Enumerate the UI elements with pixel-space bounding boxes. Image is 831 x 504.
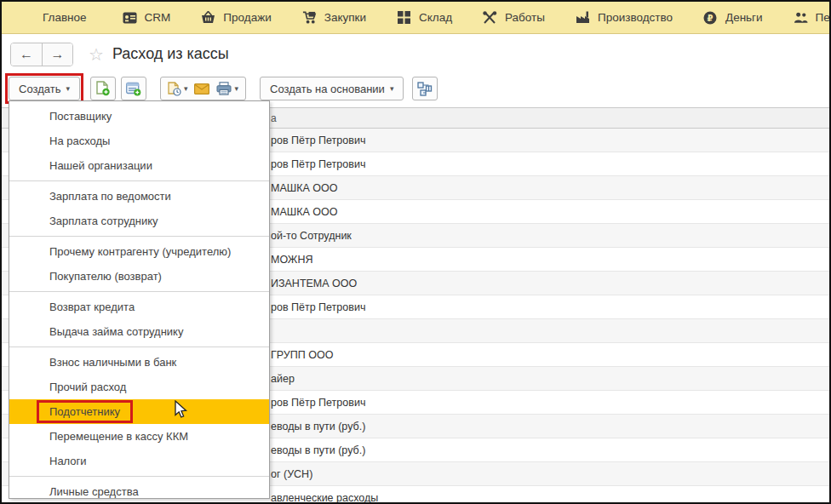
row-cell: ИЗАНТЕМА ООО bbox=[271, 278, 357, 289]
menu-item-expenses[interactable]: На расходы bbox=[9, 129, 269, 153]
title-row: ← → ☆ Расход из кассы bbox=[2, 35, 829, 73]
section-label: Склад bbox=[419, 11, 452, 24]
menu-item-move-to-kkm[interactable]: Перемещение в кассу ККМ bbox=[9, 424, 269, 449]
print-button[interactable]: ▾ bbox=[216, 82, 238, 95]
history-nav: ← → bbox=[10, 43, 73, 66]
section-label: Деньги bbox=[725, 11, 763, 24]
basket-icon bbox=[201, 10, 215, 25]
section-label: Закупки bbox=[324, 11, 366, 24]
chevron-down-icon: ▾ bbox=[66, 84, 70, 93]
accountable-annotation-box: Подотчетнику bbox=[37, 400, 133, 423]
tools-icon bbox=[483, 10, 497, 25]
page-title: Расход из кассы bbox=[112, 45, 229, 63]
menu-item-buyer-refund[interactable]: Покупателю (возврат) bbox=[9, 264, 269, 289]
menu-item-credit-return[interactable]: Возврат кредита bbox=[9, 295, 269, 319]
menu-item-label: Выдача займа сотруднику bbox=[49, 325, 183, 338]
menu-separator bbox=[9, 180, 269, 181]
menu-item-salary-employee[interactable]: Зарплата сотруднику bbox=[9, 209, 269, 233]
row-cell: ров Пётр Петрович bbox=[271, 397, 365, 409]
section-warehouse[interactable]: Склад bbox=[385, 2, 464, 34]
factory-icon bbox=[576, 10, 590, 25]
menu-item-our-org[interactable]: Нашей организации bbox=[9, 153, 269, 178]
row-cell: авленческие расходы bbox=[271, 492, 378, 503]
row-cell: МОЖНЯ bbox=[271, 254, 312, 266]
chevron-down-icon: ▾ bbox=[184, 84, 188, 93]
menu-item-label: Прочему контрагенту (учредителю) bbox=[49, 245, 231, 258]
menu-separator bbox=[9, 476, 269, 477]
menu-item-label: Покупателю (возврат) bbox=[49, 270, 162, 283]
row-cell: ров Пётр Петрович bbox=[271, 158, 365, 170]
create-dropdown-menu: Поставщику На расходы Нашей организации … bbox=[9, 100, 270, 499]
new-group-icon bbox=[126, 82, 141, 96]
row-cell: ой-то Сотрудник bbox=[271, 230, 352, 242]
section-main[interactable]: Главное bbox=[31, 2, 99, 34]
printer-icon bbox=[216, 82, 232, 95]
section-label: Продажи bbox=[223, 11, 271, 24]
menu-item-supplier[interactable]: Поставщику bbox=[9, 104, 269, 129]
section-works[interactable]: Работы bbox=[471, 2, 557, 34]
chevron-down-icon: ▾ bbox=[390, 84, 394, 93]
menu-item-accountable-person[interactable]: Подотчетнику bbox=[9, 399, 269, 424]
related-documents-button[interactable] bbox=[412, 77, 438, 100]
favorite-star-icon[interactable]: ☆ bbox=[89, 44, 104, 65]
new-document-icon bbox=[96, 81, 110, 96]
menu-item-label: Налоги bbox=[49, 455, 87, 467]
menu-item-other-expense[interactable]: Прочий расход bbox=[9, 375, 269, 399]
document-clock-icon bbox=[168, 82, 181, 96]
row-cell: ог (УСН) bbox=[271, 468, 312, 480]
list-toolbar: Создать ▾ ▾ ▾ Создать на основании bbox=[2, 73, 829, 104]
menu-item-cash-to-bank[interactable]: Взнос наличными в банк bbox=[9, 350, 269, 375]
ruble-icon: ₽ bbox=[703, 10, 718, 25]
cart-icon bbox=[302, 10, 317, 25]
section-production[interactable]: Производство bbox=[564, 2, 685, 34]
create-on-base-button[interactable]: Создать на основании ▾ bbox=[260, 77, 404, 100]
create-button-label: Создать bbox=[19, 83, 60, 95]
menu-item-label: Нашей организации bbox=[49, 159, 152, 172]
row-cell: МАШКА ООО bbox=[271, 206, 337, 218]
menu-item-label: Личные средства bbox=[49, 485, 139, 498]
svg-text:₽: ₽ bbox=[708, 13, 714, 22]
section-crm[interactable]: CRM bbox=[111, 2, 183, 34]
row-cell: ров Пётр Петрович bbox=[271, 135, 365, 146]
menu-item-salary-sheet[interactable]: Зарплата по ведомости bbox=[9, 184, 269, 209]
menu-separator bbox=[9, 236, 269, 237]
menu-item-label: Подотчетнику bbox=[49, 405, 120, 418]
app-window: Главное CRM Продажи Закупки Склад Работы… bbox=[0, 0, 831, 504]
section-money[interactable]: ₽ Деньги bbox=[691, 2, 775, 34]
section-sales[interactable]: Продажи bbox=[189, 2, 283, 34]
menu-item-label: Поставщику bbox=[49, 110, 112, 123]
section-label: CRM bbox=[145, 11, 171, 24]
menu-separator bbox=[9, 346, 269, 347]
document-clock-button[interactable]: ▾ bbox=[168, 82, 188, 96]
section-purchases[interactable]: Закупки bbox=[290, 2, 378, 34]
row-cell: еводы в пути (руб.) bbox=[271, 421, 365, 432]
menu-item-label: Зарплата по ведомости bbox=[49, 190, 171, 203]
mail-button[interactable] bbox=[194, 83, 209, 94]
sections-panel: Главное CRM Продажи Закупки Склад Работы… bbox=[2, 2, 829, 34]
menu-item-label: Взнос наличными в банк bbox=[49, 356, 176, 369]
section-label: Главное bbox=[43, 11, 87, 24]
section-personnel[interactable]: Персонал bbox=[782, 2, 831, 34]
row-cell: МАШКА ООО bbox=[271, 182, 337, 194]
menu-item-taxes[interactable]: Налоги bbox=[9, 449, 269, 473]
chevron-down-icon: ▾ bbox=[234, 84, 238, 93]
table-header-fragment: а bbox=[271, 112, 277, 124]
related-documents-icon bbox=[417, 82, 433, 96]
grid-icon bbox=[397, 10, 411, 25]
menu-item-label: На расходы bbox=[49, 135, 110, 147]
back-button[interactable]: ← bbox=[11, 43, 42, 66]
menu-item-personal-funds[interactable]: Личные средства bbox=[9, 479, 269, 504]
toolbar-icon-group: ▾ ▾ bbox=[160, 77, 246, 100]
envelope-icon bbox=[194, 83, 209, 94]
new-group-button[interactable] bbox=[121, 77, 146, 100]
menu-item-label: Возврат кредита bbox=[49, 301, 135, 313]
people-icon bbox=[794, 10, 808, 25]
row-cell: ГРУПП ООО bbox=[271, 349, 333, 361]
create-button[interactable]: Создать ▾ bbox=[9, 77, 80, 100]
menu-item-other-counterparty[interactable]: Прочему контрагенту (учредителю) bbox=[9, 239, 269, 264]
forward-button[interactable]: → bbox=[42, 43, 72, 66]
menu-item-label: Прочий расход bbox=[49, 381, 126, 393]
new-document-button[interactable] bbox=[90, 77, 116, 100]
mouse-cursor-icon bbox=[175, 400, 189, 422]
menu-item-loan-issue[interactable]: Выдача займа сотруднику bbox=[9, 319, 269, 344]
